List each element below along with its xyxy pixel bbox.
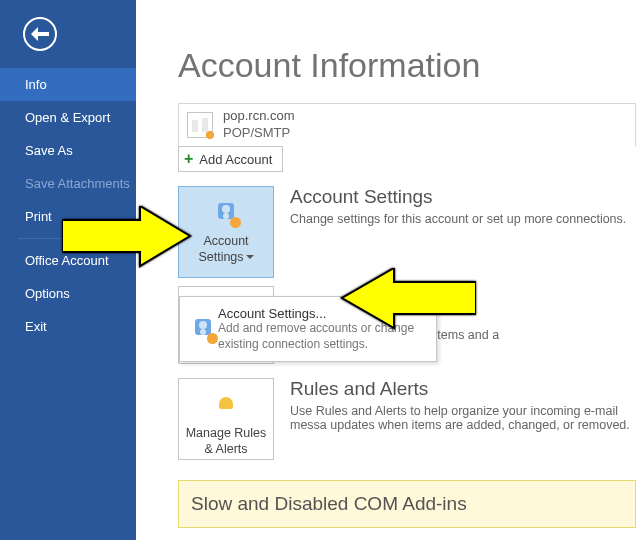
annotation-arrow-right <box>336 268 476 332</box>
section-title-rules: Rules and Alerts <box>290 378 641 400</box>
section-desc-settings: Change settings for this account or set … <box>290 212 641 226</box>
plus-icon: + <box>184 150 193 168</box>
section-rules: Manage Rules & Alerts Rules and Alerts U… <box>178 378 641 460</box>
backstage-sidebar: Info Open & Export Save As Save Attachme… <box>0 0 136 540</box>
back-button[interactable] <box>23 17 57 51</box>
btn-label-l2: Settings <box>198 250 243 264</box>
account-email: pop.rcn.com <box>223 108 295 125</box>
rules-icon <box>213 392 239 418</box>
section-slow-addins: Slow and Disabled COM Add-ins <box>178 480 636 528</box>
account-settings-icon <box>214 201 238 225</box>
account-text: pop.rcn.com POP/SMTP <box>223 108 295 142</box>
account-settings-button[interactable]: Account Settings <box>178 186 274 278</box>
account-selector[interactable]: pop.rcn.com POP/SMTP <box>178 103 636 146</box>
sidebar-item-info[interactable]: Info <box>0 68 136 101</box>
account-settings-icon <box>191 317 215 341</box>
page-title: Account Information <box>178 46 641 85</box>
sidebar-item-save-as[interactable]: Save As <box>0 134 136 167</box>
account-icon <box>187 112 213 138</box>
add-account-button[interactable]: + Add Account <box>178 146 283 172</box>
back-arrow-icon <box>31 27 49 41</box>
section-title-slow: Slow and Disabled COM Add-ins <box>191 493 623 515</box>
section-desc-rules: Use Rules and Alerts to help organize yo… <box>290 404 641 432</box>
btn-label-l2: & Alerts <box>204 442 247 456</box>
add-account-label: Add Account <box>199 152 272 167</box>
annotation-arrow-left <box>62 206 192 270</box>
sidebar-item-save-attachments: Save Attachments <box>0 167 136 200</box>
sidebar-item-exit[interactable]: Exit <box>0 310 136 343</box>
manage-rules-button[interactable]: Manage Rules & Alerts <box>178 378 274 460</box>
section-account-settings: Account Settings Account Settings Change… <box>178 186 641 278</box>
chevron-down-icon <box>246 255 254 259</box>
section-title-settings: Account Settings <box>290 186 641 208</box>
svg-marker-1 <box>342 268 476 328</box>
btn-label-l1: Account <box>203 234 248 248</box>
sidebar-item-options[interactable]: Options <box>0 277 136 310</box>
account-protocol: POP/SMTP <box>223 125 295 142</box>
svg-marker-0 <box>62 206 190 266</box>
btn-label-l1: Manage Rules <box>186 426 267 440</box>
sidebar-item-open-export[interactable]: Open & Export <box>0 101 136 134</box>
